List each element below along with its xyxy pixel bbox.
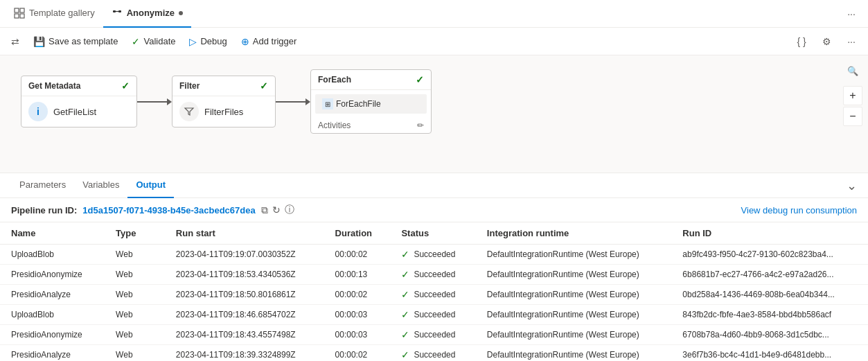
arrow-1: [137, 98, 172, 105]
tab-parameters[interactable]: Parameters: [11, 173, 74, 198]
validate-icon: ✓: [132, 36, 140, 47]
get-metadata-icon: i: [28, 102, 48, 121]
cell-status: ✓ Succeeded: [390, 265, 475, 285]
unsaved-dot: [179, 11, 183, 15]
zoom-out-btn[interactable]: −: [843, 107, 862, 126]
cell-runtime: DefaultIntegrationRuntime (West Europe): [476, 265, 672, 285]
trigger-label: Add trigger: [253, 36, 297, 46]
run-id-value: 1d5a1507-f071-4938-b45e-3acbedc67dea: [82, 205, 255, 215]
get-metadata-header: Get Metadata ✓: [21, 76, 136, 96]
filter-icon: [179, 102, 199, 121]
svg-rect-4: [113, 10, 116, 12]
get-metadata-title: Get Metadata: [28, 81, 80, 91]
refresh-icon[interactable]: ↻: [272, 204, 281, 215]
status-label: Succeeded: [414, 310, 455, 319]
activities-table-container: Name Type Run start Duration Status Inte…: [0, 222, 868, 361]
run-id-bar: Pipeline run ID: 1d5a1507-f071-4938-b45e…: [0, 198, 868, 222]
code-view-btn[interactable]: { }: [790, 30, 813, 53]
tab-output[interactable]: Output: [127, 173, 174, 198]
table-row[interactable]: PresidioAnalyze Web 2023-04-11T09:18:50.…: [0, 285, 868, 305]
trigger-icon: ⊕: [241, 36, 249, 47]
status-label: Succeeded: [414, 330, 455, 340]
table-row[interactable]: UploadBlob Web 2023-04-11T09:19:07.00303…: [0, 245, 868, 265]
activities-table: Name Type Run start Duration Status Inte…: [0, 222, 868, 361]
table-row[interactable]: UploadBlob Web 2023-04-11T09:18:46.68547…: [0, 305, 868, 325]
tab-output-label: Output: [136, 179, 166, 190]
toolbar: ⇄ 💾 Save as template ✓ Validate ▷ Debug …: [0, 28, 868, 55]
status-check-icon: ✓: [401, 269, 409, 280]
cell-runtime: DefaultIntegrationRuntime (West Europe): [476, 285, 672, 305]
foreach-inner-icon: ⊞: [322, 98, 333, 109]
table-row[interactable]: PresidioAnonymize Web 2023-04-11T09:18:5…: [0, 265, 868, 285]
foreach-header: ForEach ✓: [311, 70, 431, 90]
canvas-search-btn[interactable]: 🔍: [843, 61, 862, 80]
collapse-icon: ⇄: [11, 36, 19, 47]
copy-icon[interactable]: ⧉: [261, 204, 268, 216]
status-label: Succeeded: [414, 290, 455, 299]
cell-name: PresidioAnalyze: [0, 285, 105, 305]
col-run-id: Run ID: [671, 222, 868, 245]
cell-type: Web: [105, 285, 165, 305]
table-row[interactable]: PresidioAnalyze Web 2023-04-11T09:18:39.…: [0, 345, 868, 362]
zoom-in-btn[interactable]: +: [843, 86, 862, 105]
tab-parameters-label: Parameters: [19, 179, 66, 190]
cell-status: ✓ Succeeded: [390, 305, 475, 325]
more-options-btn[interactable]: ···: [840, 3, 862, 25]
status-label: Succeeded: [414, 249, 455, 259]
run-id-icons: ⧉ ↻ ⓘ: [261, 204, 294, 216]
collapse-sidebar-btn[interactable]: ⇄: [6, 32, 25, 51]
cell-run-start: 2023-04-11T09:19:07.0030352Z: [165, 245, 324, 265]
tab-template-gallery[interactable]: Template gallery: [6, 0, 103, 28]
panel-collapse-btn[interactable]: ⌄: [847, 178, 857, 193]
col-status: Status: [390, 222, 475, 245]
col-duration: Duration: [324, 222, 391, 245]
more-btn[interactable]: ···: [840, 30, 862, 53]
get-metadata-body: i GetFileList: [21, 96, 136, 127]
cell-name: UploadBlob: [0, 245, 105, 265]
edit-icon[interactable]: ✏: [417, 121, 424, 130]
save-label: Save as template: [48, 36, 118, 46]
filter-label: FilterFiles: [204, 107, 243, 117]
add-trigger-button[interactable]: ⊕ Add trigger: [236, 32, 303, 51]
save-as-template-button[interactable]: 💾 Save as template: [28, 32, 123, 51]
cell-runtime: DefaultIntegrationRuntime (West Europe): [476, 325, 672, 345]
cell-status: ✓ Succeeded: [390, 245, 475, 265]
cell-status: ✓ Succeeded: [390, 325, 475, 345]
info-icon[interactable]: ⓘ: [285, 204, 294, 216]
cell-type: Web: [105, 265, 165, 285]
svg-rect-2: [15, 14, 19, 18]
foreach-activities: Activities ✏: [311, 118, 431, 133]
cell-run-start: 2023-04-11T09:18:43.4557498Z: [165, 325, 324, 345]
svg-rect-0: [15, 8, 19, 12]
tab-anonymize[interactable]: Anonymize: [103, 0, 191, 28]
cell-duration: 00:00:03: [324, 325, 391, 345]
template-gallery-icon: [14, 8, 25, 19]
status-check-icon: ✓: [401, 289, 409, 300]
table-body: UploadBlob Web 2023-04-11T09:19:07.00303…: [0, 245, 868, 362]
col-type: Type: [105, 222, 165, 245]
top-bar-actions: ···: [840, 3, 862, 25]
cell-run-id: 843fb2dc-fbfe-4ae3-8584-bbd4bb586acf: [671, 305, 868, 325]
tab-anonymize-label: Anonymize: [127, 8, 175, 18]
debug-consumption-link[interactable]: View debug run consumption: [741, 205, 857, 215]
filter-body: FilterFiles: [172, 96, 275, 127]
table-row[interactable]: PresidioAnonymize Web 2023-04-11T09:18:4…: [0, 325, 868, 345]
table-header: Name Type Run start Duration Status Inte…: [0, 222, 868, 245]
validate-button[interactable]: ✓ Validate: [126, 32, 181, 51]
run-id-label: Pipeline run ID:: [11, 205, 77, 215]
cell-type: Web: [105, 325, 165, 345]
cell-type: Web: [105, 245, 165, 265]
tab-variables[interactable]: Variables: [74, 173, 127, 198]
debug-button[interactable]: ▷ Debug: [184, 32, 232, 51]
filter-node[interactable]: Filter ✓ FilterFiles: [172, 76, 276, 127]
cell-run-id: 6708b78a-4d60-4bb9-8068-3d1c5dbc...: [671, 325, 868, 345]
cell-type: Web: [105, 305, 165, 325]
cell-status: ✓ Succeeded: [390, 285, 475, 305]
output-panel: Parameters Variables Output ⌄ Pipeline r…: [0, 173, 868, 361]
foreach-node[interactable]: ForEach ✓ ⊞ ForEachFile Activities ✏: [310, 69, 432, 134]
cell-name: PresidioAnonymize: [0, 325, 105, 345]
settings-btn[interactable]: ⚙: [815, 30, 838, 53]
get-metadata-node[interactable]: Get Metadata ✓ i GetFileList: [21, 76, 137, 127]
svg-rect-5: [118, 10, 121, 12]
get-metadata-check: ✓: [121, 80, 130, 91]
